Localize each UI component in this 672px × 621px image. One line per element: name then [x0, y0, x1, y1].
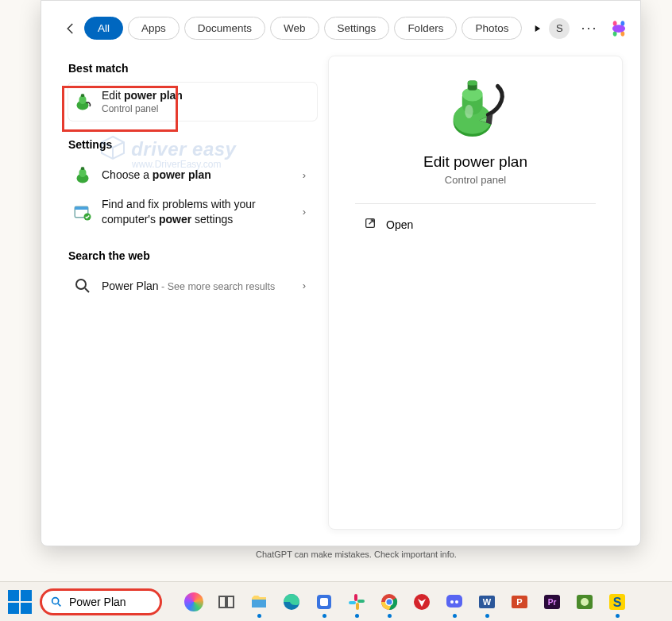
troubleshoot-icon	[73, 202, 92, 222]
topbar-right: S ···	[549, 18, 629, 39]
antivirus-icon[interactable]	[411, 591, 433, 613]
battery-icon	[73, 92, 92, 111]
chrome-icon[interactable]	[378, 591, 400, 613]
start-button[interactable]	[8, 590, 32, 614]
chevron-right-icon: ›	[303, 280, 306, 291]
result-detail-pane: Edit power plan Control panel Open	[328, 56, 623, 530]
section-best-match: Best match	[68, 62, 317, 75]
section-search-web: Search the web	[68, 249, 317, 262]
result-fix-power-problems[interactable]: Find and fix problems with your computer…	[68, 191, 317, 233]
svg-text:W: W	[483, 597, 492, 607]
discord-icon[interactable]	[443, 591, 465, 613]
search-topbar: All Apps Documents Web Settings Folders …	[41, 1, 640, 46]
svg-point-47	[581, 598, 589, 606]
result-edit-power-plan[interactable]: Edit power plan Control panel	[68, 83, 317, 121]
svg-rect-8	[75, 206, 88, 210]
svg-rect-23	[219, 596, 226, 608]
svg-point-38	[450, 600, 454, 604]
snipping-tool-icon[interactable]	[313, 591, 335, 613]
svg-point-35	[387, 599, 392, 604]
svg-point-39	[455, 600, 458, 604]
tab-settings[interactable]: Settings	[324, 17, 390, 40]
detail-title: Edit power plan	[423, 153, 527, 171]
battery-icon	[73, 165, 92, 184]
edge-icon[interactable]	[280, 591, 303, 613]
start-search-panel: All Apps Documents Web Settings Folders …	[41, 0, 641, 546]
svg-text:S: S	[613, 596, 622, 609]
svg-rect-30	[349, 601, 356, 604]
svg-rect-25	[252, 600, 266, 608]
taskbar-apps: W P Pr S	[183, 591, 628, 613]
separator	[355, 203, 596, 204]
tab-web[interactable]: Web	[270, 17, 319, 40]
result-web-power-plan[interactable]: Power Plan - See more search results ›	[68, 270, 317, 302]
taskbar-search-input[interactable]	[69, 596, 149, 608]
svg-point-22	[52, 597, 59, 604]
svg-point-0	[612, 25, 625, 33]
svg-rect-6	[81, 167, 85, 170]
app-icon-green[interactable]	[574, 591, 596, 613]
task-view-icon[interactable]	[215, 591, 238, 613]
svg-rect-5	[79, 169, 87, 178]
svg-point-10	[76, 280, 86, 289]
search-icon	[50, 596, 63, 608]
svg-rect-32	[357, 600, 365, 603]
more-tabs-icon[interactable]	[531, 23, 543, 34]
svg-text:P: P	[516, 597, 522, 607]
svg-rect-31	[356, 603, 359, 610]
copilot-icon[interactable]	[608, 18, 629, 39]
result-choose-power-plan[interactable]: Choose a power plan ›	[68, 159, 317, 191]
file-explorer-icon[interactable]	[248, 591, 270, 613]
svg-rect-29	[354, 594, 357, 601]
result-title: Find and fix problems with your computer…	[102, 197, 256, 227]
status-text: ChatGPT can make mistakes. Check importa…	[256, 550, 457, 559]
svg-rect-24	[227, 596, 234, 608]
section-settings: Settings	[68, 138, 317, 151]
search-icon	[73, 276, 92, 295]
copilot-taskbar-icon[interactable]	[183, 591, 205, 613]
powerpoint-icon[interactable]: P	[508, 591, 531, 613]
tab-photos[interactable]: Photos	[462, 17, 522, 40]
filter-tabs: All Apps Documents Web Settings Folders …	[84, 17, 543, 40]
snagit-icon[interactable]: S	[606, 591, 628, 613]
result-title: Power Plan - See more search results	[102, 280, 275, 292]
results-list: Best match Edit power plan Control panel…	[41, 46, 317, 546]
result-title: Edit power plan	[102, 89, 183, 102]
open-label: Open	[386, 218, 413, 231]
svg-rect-16	[467, 81, 477, 86]
open-external-icon	[364, 217, 377, 233]
chevron-right-icon: ›	[303, 206, 306, 218]
tab-apps[interactable]: Apps	[128, 17, 180, 40]
user-avatar[interactable]: S	[549, 18, 570, 39]
tab-documents[interactable]: Documents	[184, 17, 265, 40]
slack-icon[interactable]	[346, 591, 368, 613]
open-action[interactable]: Open	[356, 212, 421, 237]
svg-rect-28	[320, 598, 328, 606]
taskbar: W P Pr S	[0, 581, 672, 621]
result-title: Choose a power plan	[102, 168, 211, 181]
tab-folders[interactable]: Folders	[394, 17, 457, 40]
svg-point-17	[465, 105, 473, 118]
premiere-icon[interactable]: Pr	[541, 591, 563, 613]
tab-all[interactable]: All	[84, 17, 123, 40]
detail-subtitle: Control panel	[445, 174, 506, 186]
battery-large-icon	[442, 74, 510, 142]
result-subtitle: Control panel	[102, 103, 183, 114]
svg-rect-37	[446, 595, 462, 608]
back-button[interactable]	[64, 17, 78, 40]
svg-rect-3	[81, 94, 85, 97]
overflow-menu-icon[interactable]: ···	[581, 20, 597, 37]
chevron-right-icon: ›	[303, 169, 306, 181]
word-icon[interactable]: W	[476, 591, 498, 613]
svg-rect-2	[79, 96, 87, 105]
taskbar-search[interactable]	[40, 588, 162, 615]
svg-text:Pr: Pr	[548, 598, 557, 607]
